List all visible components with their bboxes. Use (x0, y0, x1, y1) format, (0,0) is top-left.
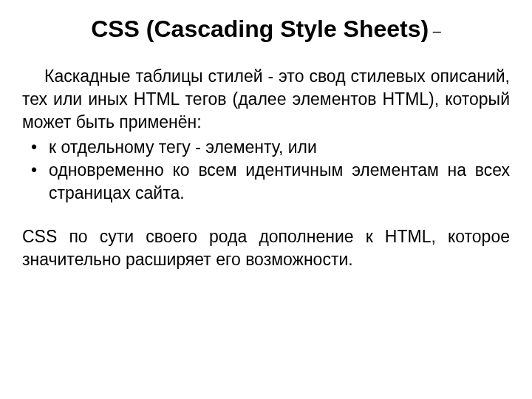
list-item: одновременно ко всем идентичным элемента… (22, 159, 510, 205)
intro-paragraph: Каскадные таблицы стилей - это свод стил… (22, 65, 510, 134)
title-dash: – (429, 23, 441, 39)
title-main: CSS (Cascading Style Sheets) (91, 16, 429, 42)
bullet-list: к отдельному тегу - элементу, или одновр… (22, 136, 510, 205)
slide-title: CSS (Cascading Style Sheets) – (22, 15, 510, 43)
closing-paragraph: CSS по сути своего рода дополнение к HTM… (22, 225, 510, 271)
list-item: к отдельному тегу - элементу, или (22, 136, 510, 159)
